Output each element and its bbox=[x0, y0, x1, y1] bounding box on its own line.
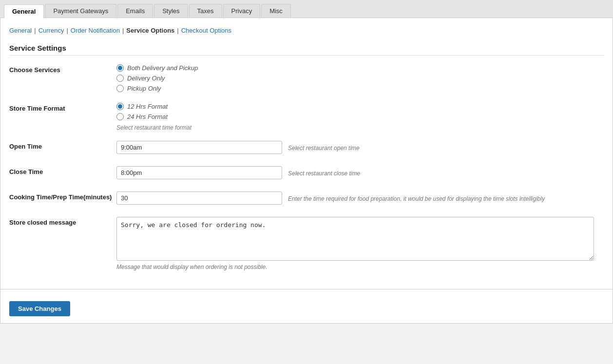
radio-24hr[interactable] bbox=[116, 113, 124, 120]
tab-payment-gateways[interactable]: Payment Gateways bbox=[45, 4, 116, 18]
option-pickup-label: Pickup Only bbox=[127, 85, 161, 92]
save-button[interactable]: Save Changes bbox=[9, 301, 70, 316]
tab-privacy[interactable]: Privacy bbox=[223, 4, 261, 18]
breadcrumb-checkout-options[interactable]: Checkout Options bbox=[181, 27, 231, 34]
page-wrapper: General Payment Gateways Emails Styles T… bbox=[0, 0, 613, 364]
option-both-label: Both Delivery and Pickup bbox=[127, 64, 198, 72]
open-time-hint: Select restaurant open time bbox=[288, 145, 360, 152]
time-format-hint: Select restaurant time format bbox=[116, 124, 604, 131]
open-time-label: Open Time bbox=[9, 141, 116, 150]
tab-misc[interactable]: Misc bbox=[261, 4, 291, 18]
tab-emails[interactable]: Emails bbox=[117, 4, 153, 18]
open-time-row: Open Time Select restaurant open time bbox=[9, 141, 604, 156]
cooking-time-input[interactable] bbox=[116, 192, 282, 205]
option-delivery-label: Delivery Only bbox=[127, 75, 165, 82]
cooking-time-row: Cooking Time/Prep Time(minutes) Enter th… bbox=[9, 192, 604, 207]
breadcrumb-sep-1: | bbox=[34, 27, 36, 34]
option-24hr-label: 24 Hrs Format bbox=[127, 113, 168, 120]
close-time-inline: Select restaurant close time bbox=[116, 166, 604, 179]
tab-general[interactable]: General bbox=[4, 4, 44, 18]
store-closed-message-label: Store closed message bbox=[9, 217, 116, 226]
cooking-time-inline: Enter the time required for food prepara… bbox=[116, 192, 604, 205]
radio-pickup[interactable] bbox=[116, 85, 124, 92]
cooking-time-hint: Enter the time required for food prepara… bbox=[288, 195, 545, 202]
close-time-input[interactable] bbox=[116, 166, 282, 179]
tab-styles[interactable]: Styles bbox=[154, 4, 188, 18]
store-time-format-control: 12 Hrs Format 24 Hrs Format Select resta… bbox=[116, 103, 604, 131]
radio-both[interactable] bbox=[116, 64, 124, 72]
close-time-hint: Select restaurant close time bbox=[288, 170, 360, 177]
breadcrumb-general[interactable]: General bbox=[9, 27, 32, 34]
open-time-input[interactable] bbox=[116, 141, 282, 154]
close-time-row: Close Time Select restaurant close time bbox=[9, 166, 604, 182]
tabs-bar: General Payment Gateways Emails Styles T… bbox=[0, 0, 613, 18]
breadcrumb-service-options: Service Options bbox=[126, 27, 174, 34]
store-time-format-row: Store Time Format 12 Hrs Format 24 Hrs F… bbox=[9, 103, 604, 131]
option-pickup-only[interactable]: Pickup Only bbox=[116, 85, 604, 92]
close-time-control: Select restaurant close time bbox=[116, 166, 604, 179]
store-closed-message-control: Message that would display when ordering… bbox=[116, 217, 604, 270]
breadcrumb-sep-4: | bbox=[177, 27, 178, 34]
open-time-control: Select restaurant open time bbox=[116, 141, 604, 154]
main-content: General | Currency | Order Notification … bbox=[0, 18, 613, 289]
open-time-inline: Select restaurant open time bbox=[116, 141, 604, 154]
cooking-time-label: Cooking Time/Prep Time(minutes) bbox=[9, 192, 116, 201]
store-closed-message-hint: Message that would display when ordering… bbox=[116, 264, 604, 270]
breadcrumb-currency[interactable]: Currency bbox=[38, 27, 64, 34]
choose-services-control: Both Delivery and Pickup Delivery Only P… bbox=[116, 64, 604, 93]
footer-area: Save Changes bbox=[0, 289, 613, 324]
option-both-delivery-pickup[interactable]: Both Delivery and Pickup bbox=[116, 64, 604, 72]
option-12hr-label: 12 Hrs Format bbox=[127, 103, 168, 110]
tab-taxes[interactable]: Taxes bbox=[189, 4, 222, 18]
option-12hr[interactable]: 12 Hrs Format bbox=[116, 103, 604, 110]
cooking-time-control: Enter the time required for food prepara… bbox=[116, 192, 604, 205]
breadcrumb-sep-2: | bbox=[66, 27, 68, 34]
breadcrumb-order-notification[interactable]: Order Notification bbox=[71, 27, 120, 34]
radio-12hr[interactable] bbox=[116, 103, 124, 110]
choose-services-label: Choose Services bbox=[9, 64, 116, 74]
section-title: Service Settings bbox=[9, 44, 604, 56]
choose-services-row: Choose Services Both Delivery and Pickup… bbox=[9, 64, 604, 93]
breadcrumb-sep-3: | bbox=[122, 27, 124, 34]
option-24hr[interactable]: 24 Hrs Format bbox=[116, 113, 604, 120]
breadcrumb: General | Currency | Order Notification … bbox=[9, 24, 604, 39]
radio-delivery[interactable] bbox=[116, 75, 124, 82]
close-time-label: Close Time bbox=[9, 166, 116, 175]
store-closed-message-textarea[interactable] bbox=[116, 217, 594, 261]
option-delivery-only[interactable]: Delivery Only bbox=[116, 75, 604, 82]
store-closed-message-row: Store closed message Message that would … bbox=[9, 217, 604, 270]
store-time-format-label: Store Time Format bbox=[9, 103, 116, 112]
